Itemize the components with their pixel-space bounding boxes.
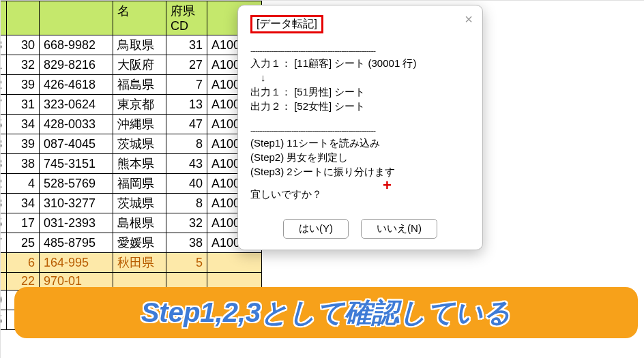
cell[interactable]: 6 [7, 253, 40, 273]
cell[interactable]: 愛媛県 [113, 233, 166, 253]
cell[interactable]: 8 [166, 194, 207, 213]
spreadsheet-table[interactable]: 名 府県 CD 330668-9982鳥取県31A100132829-8216大… [0, 1, 262, 330]
cell[interactable]: 秋田県 [113, 253, 166, 273]
arrow-line: ↓ [250, 72, 470, 85]
cell[interactable]: 323-0624 [40, 95, 113, 115]
confirm-line: 宜しいですか？ [250, 188, 470, 201]
cell[interactable]: 福島県 [113, 75, 166, 95]
cell[interactable]: 5 [0, 310, 7, 330]
cell[interactable]: 2 [0, 174, 7, 194]
cell[interactable]: 5 [0, 115, 7, 134]
cell[interactable]: 426-4618 [40, 75, 113, 95]
cell[interactable]: 4 [7, 174, 40, 194]
cell[interactable]: 5 [0, 213, 7, 233]
cell[interactable]: 8 [166, 134, 207, 154]
cell[interactable]: 528-5769 [40, 174, 113, 194]
cell[interactable]: 3 [0, 35, 7, 55]
cell[interactable]: 3 [0, 134, 7, 154]
table-row[interactable]: 24528-5769福岡県40A100 [0, 174, 262, 194]
cell[interactable]: 40 [166, 174, 207, 194]
cell[interactable]: 310-3277 [40, 194, 113, 213]
cell[interactable]: 福岡県 [113, 174, 166, 194]
step3-line: (Step3) 2シートに振り分けます [250, 166, 470, 179]
output1-line: 出力１： [51男性] シート [250, 86, 470, 99]
table-row[interactable]: 334310-3277茨城県8A100 [0, 194, 262, 213]
separator: ----------------------------------------… [250, 46, 470, 56]
cell[interactable]: 30 [7, 35, 40, 55]
input-line: 入力１： [11顧客] シート (30001 行) [250, 57, 470, 70]
cell[interactable]: 485-8795 [40, 233, 113, 253]
cell[interactable] [0, 273, 7, 290]
cell[interactable]: 東京都 [113, 95, 166, 115]
cell[interactable]: 745-3151 [40, 154, 113, 174]
output2-line: 出力２： [52女性] シート [250, 100, 470, 113]
cell[interactable] [0, 253, 7, 273]
cell[interactable]: 鳥取県 [113, 35, 166, 55]
cell[interactable]: 茨城県 [113, 194, 166, 213]
cell[interactable]: 27 [166, 55, 207, 75]
screenshot: 名 府県 CD 330668-9982鳥取県31A100132829-8216大… [0, 0, 644, 358]
cell[interactable]: 428-0033 [40, 115, 113, 134]
cell[interactable]: 7 [0, 233, 7, 253]
table-row[interactable]: 132829-8216大阪府27A100 [0, 55, 262, 75]
caption-text: Step1,2,3として確認している [141, 294, 512, 331]
cell[interactable]: 2 [0, 75, 7, 95]
cell[interactable]: 668-9982 [40, 35, 113, 55]
yes-button[interactable]: はい(Y) [283, 219, 349, 239]
table-row[interactable]: 339087-4045茨城県8A100 [0, 134, 262, 154]
table-row[interactable]: 338745-3151熊本県43A100 [0, 154, 262, 174]
cell[interactable]: 3 [0, 194, 7, 213]
cell[interactable]: 7 [0, 95, 7, 115]
cell[interactable]: 38 [7, 154, 40, 174]
cell[interactable]: 熊本県 [113, 154, 166, 174]
header-prefcd: 府県 CD [166, 1, 207, 35]
cell[interactable]: 25 [7, 233, 40, 253]
header-row: 名 府県 CD [0, 1, 262, 35]
cell[interactable]: 17 [7, 213, 40, 233]
cell[interactable]: 31 [166, 35, 207, 55]
cell[interactable]: 5 [166, 253, 207, 273]
table-row[interactable]: 239426-4618福島県7A100 [0, 75, 262, 95]
cell[interactable]: 9 [0, 290, 7, 310]
dialog-title: [データ転記] [250, 15, 323, 33]
cell[interactable]: 13 [166, 95, 207, 115]
cell[interactable]: 32 [166, 213, 207, 233]
cell[interactable]: 34 [7, 194, 40, 213]
cell[interactable]: 47 [166, 115, 207, 134]
table-row[interactable]: 517031-2393島根県32A100 [0, 213, 262, 233]
cell[interactable]: 7 [166, 75, 207, 95]
confirm-dialog: [データ転記] × ------------------------------… [237, 5, 483, 250]
cell[interactable]: 31 [7, 95, 40, 115]
table-row[interactable]: 725485-8795愛媛県38A10011 [0, 233, 262, 253]
cell[interactable]: 大阪府 [113, 55, 166, 75]
close-icon[interactable]: × [465, 12, 473, 26]
cell[interactable]: 32 [7, 55, 40, 75]
cell[interactable]: 829-8216 [40, 55, 113, 75]
cell[interactable]: 164-995 [40, 253, 113, 273]
cell[interactable]: 1 [0, 55, 7, 75]
cell[interactable]: 087-4045 [40, 134, 113, 154]
cell[interactable]: 沖縄県 [113, 115, 166, 134]
table-row[interactable]: 731323-0624東京都13A100 [0, 95, 262, 115]
table-row[interactable]: 6164-995秋田県5 [0, 253, 262, 273]
no-button[interactable]: いいえ(N) [361, 219, 437, 239]
cell[interactable]: 38 [166, 233, 207, 253]
header-name: 名 [113, 1, 166, 35]
step1-line: (Step1) 11シートを読み込み [250, 137, 470, 150]
cell[interactable]: 43 [166, 154, 207, 174]
step2-line: (Step2) 男女を判定し [250, 151, 470, 164]
cell[interactable]: 39 [7, 134, 40, 154]
cell[interactable]: 島根県 [113, 213, 166, 233]
cell[interactable]: 3 [0, 154, 7, 174]
table-row[interactable]: 330668-9982鳥取県31A100 [0, 35, 262, 55]
cell[interactable]: 39 [7, 75, 40, 95]
cell[interactable]: 茨城県 [113, 134, 166, 154]
cell[interactable] [207, 253, 262, 273]
caption-banner: Step1,2,3として確認している [14, 287, 638, 338]
cell[interactable]: 34 [7, 115, 40, 134]
cell[interactable]: 031-2393 [40, 213, 113, 233]
table-row[interactable]: 534428-0033沖縄県47A100 [0, 115, 262, 134]
separator: ----------------------------------------… [250, 125, 470, 136]
